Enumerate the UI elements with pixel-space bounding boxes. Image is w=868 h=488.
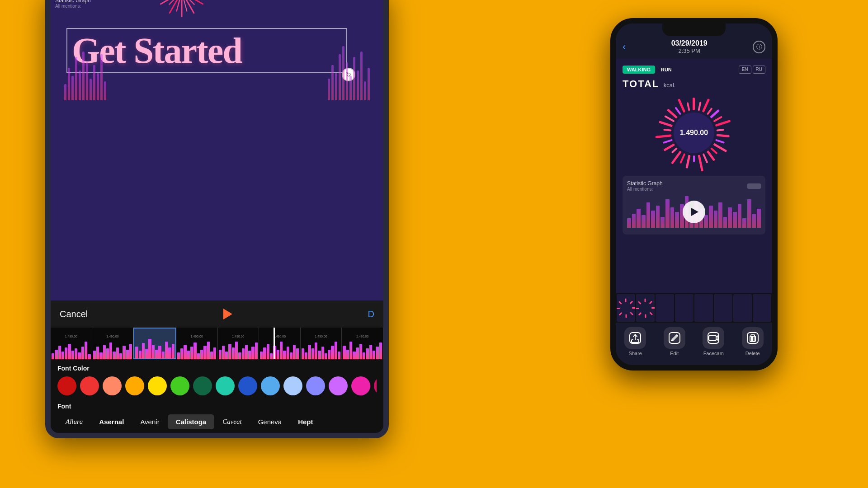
font-option-allura[interactable]: Allura [57, 414, 91, 429]
svg-rect-74 [636, 308, 639, 309]
svg-rect-64 [617, 308, 620, 309]
phone-info-button[interactable]: ⓘ [753, 41, 765, 53]
timeline-segment[interactable]: 1.490.00 [342, 328, 383, 359]
svg-rect-49 [659, 121, 673, 127]
timeline-segment[interactable]: 1.490.00 [259, 328, 301, 359]
phone-date-time: 03/29/2019 2:35 PM [671, 39, 708, 54]
svg-rect-39 [698, 155, 703, 171]
filmstrip-item[interactable] [656, 294, 674, 322]
phone-content: WALKING RUN EN RU TOTAL kcal. [616, 59, 772, 293]
phone-play-button[interactable] [683, 201, 705, 223]
facecam-label: Facecam [703, 351, 724, 356]
timeline-segment[interactable]: 1.490.00 [218, 328, 259, 359]
font-option-asernal[interactable]: Asernal [91, 414, 132, 429]
filmstrip-item[interactable] [617, 294, 635, 322]
svg-rect-30 [713, 116, 722, 122]
delete-label: Delete [745, 351, 760, 356]
timeline-segment[interactable]: 1.490.00 [51, 328, 92, 359]
color-swatch-indigo[interactable] [306, 376, 325, 395]
color-swatch-sky-blue[interactable] [261, 376, 280, 395]
play-button[interactable] [220, 306, 236, 322]
facecam-icon [703, 327, 724, 349]
timeline-segment[interactable]: 1.490.00 [176, 328, 218, 359]
tablet-screen: Statistic Graph All mentions: Get Starte… [51, 0, 383, 433]
font-option-caveat[interactable]: Caveat [214, 414, 250, 429]
svg-rect-32 [717, 129, 724, 131]
color-swatch-red[interactable] [80, 376, 99, 395]
color-swatch-purple[interactable] [329, 376, 348, 395]
color-swatch-pink[interactable] [351, 376, 370, 395]
color-swatch-crimson[interactable] [374, 376, 377, 395]
svg-rect-48 [663, 129, 671, 131]
phone-device: ‹ 03/29/2019 2:35 PM ⓘ WALKING RUN EN RU… [610, 18, 778, 371]
run-badge: RUN [659, 66, 674, 74]
bottom-panel: Cancel D 1.490.00 [51, 300, 383, 433]
svg-point-66 [621, 303, 631, 313]
timeline-segment-selected[interactable] [133, 328, 176, 359]
svg-line-23 [182, 0, 187, 11]
color-swatch-salmon[interactable] [103, 376, 122, 395]
filmstrip-item[interactable] [714, 294, 732, 322]
activity-badges: WALKING RUN EN RU [623, 66, 765, 74]
color-swatch-green[interactable] [170, 376, 189, 395]
toolbar: Cancel D [51, 300, 383, 328]
total-label: TOTAL [623, 78, 659, 89]
svg-rect-41 [685, 155, 690, 168]
total-row: TOTAL kcal. [623, 78, 765, 90]
color-swatches [57, 376, 377, 395]
phone-filmstrip[interactable] [616, 293, 772, 323]
filmstrip-item[interactable] [753, 294, 771, 322]
filmstrip-item[interactable] [733, 294, 752, 322]
phone-play-icon [691, 208, 698, 216]
font-option-hept[interactable]: Hept [290, 414, 321, 429]
font-option-calistoga[interactable]: Calistoga [168, 414, 215, 429]
text-selection-box[interactable]: Get Started ↻ [66, 28, 347, 73]
svg-rect-54 [687, 102, 690, 111]
lang-en-badge: EN [739, 66, 751, 74]
edit-button[interactable]: Edit [664, 327, 685, 356]
radial-chart-container: 1.490.00 [623, 94, 765, 171]
svg-rect-80 [708, 333, 719, 343]
facecam-button[interactable]: Facecam [703, 327, 724, 356]
svg-rect-52 [675, 107, 681, 115]
color-swatch-yellow[interactable] [148, 376, 167, 395]
font-label: Font [57, 403, 377, 410]
timeline[interactable]: 1.490.00 [51, 328, 383, 359]
phone-stat-title: Statistic Graph All mentions: [627, 180, 663, 192]
filmstrip-item[interactable] [694, 294, 713, 322]
color-swatch-dark-blue[interactable] [238, 376, 257, 395]
timeline-segment[interactable]: 1.490.00 [301, 328, 342, 359]
color-swatch-teal[interactable] [216, 376, 235, 395]
color-swatch-red-dark[interactable] [57, 376, 76, 395]
color-swatch-orange[interactable] [125, 376, 144, 395]
svg-rect-81 [709, 335, 716, 341]
cancel-button[interactable]: Cancel [60, 309, 88, 319]
font-color-label: Font Color [57, 365, 377, 372]
font-option-avenir[interactable]: Avenir [132, 414, 167, 429]
play-icon [223, 309, 232, 319]
canvas-area: Statistic Graph All mentions: Get Starte… [51, 0, 383, 300]
done-button[interactable]: D [368, 309, 374, 319]
kcal-label: kcal. [664, 82, 676, 89]
delete-button[interactable]: Delete [742, 327, 764, 356]
svg-rect-46 [663, 139, 673, 144]
svg-rect-33 [717, 134, 730, 137]
lang-ru-badge: RU [753, 66, 765, 74]
filmstrip-item[interactable] [675, 294, 693, 322]
color-swatch-light-blue[interactable] [283, 376, 302, 395]
delete-icon [742, 327, 764, 349]
timeline-segment[interactable]: 1.490.00 [92, 328, 134, 359]
svg-rect-79 [669, 333, 680, 343]
timeline-cursor[interactable] [274, 328, 275, 359]
svg-rect-26 [698, 102, 701, 111]
svg-rect-45 [663, 143, 675, 151]
phone-time: 2:35 PM [671, 47, 708, 54]
phone-back-button[interactable]: ‹ [623, 41, 626, 53]
font-option-geneva[interactable]: Geneva [250, 414, 290, 429]
share-button[interactable]: Share [624, 327, 646, 356]
svg-rect-47 [656, 134, 672, 138]
svg-rect-70 [651, 307, 655, 309]
filmstrip-item[interactable] [636, 294, 655, 322]
color-swatch-dark-green[interactable] [193, 376, 212, 395]
phone-stat-header: Statistic Graph All mentions: [627, 180, 761, 192]
